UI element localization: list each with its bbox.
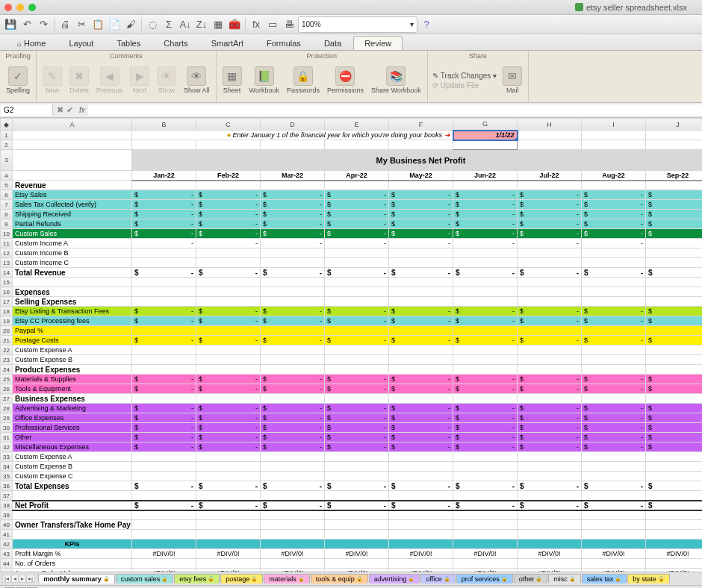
- row-header-44[interactable]: 44: [1, 559, 13, 569]
- data-cell[interactable]: [132, 375, 196, 384]
- row-label[interactable]: Total Expenses: [13, 481, 132, 491]
- data-cell[interactable]: [518, 423, 582, 433]
- data-cell[interactable]: [646, 539, 703, 549]
- data-cell[interactable]: [518, 355, 582, 365]
- data-cell[interactable]: [646, 278, 703, 287]
- protect-sheet[interactable]: ▦Sheet: [221, 65, 243, 96]
- data-cell[interactable]: [132, 491, 196, 501]
- data-cell[interactable]: [646, 413, 703, 423]
- data-cell[interactable]: [646, 258, 703, 268]
- data-cell[interactable]: [196, 481, 261, 491]
- data-cell[interactable]: [453, 316, 518, 326]
- sheet-tab-custom-sales[interactable]: custom sales🔒: [116, 574, 174, 584]
- data-cell[interactable]: [453, 559, 518, 569]
- col-header-E[interactable]: E: [325, 119, 389, 131]
- data-cell[interactable]: [389, 336, 453, 345]
- data-cell[interactable]: [261, 239, 325, 248]
- active-cell-g1[interactable]: 1/1/22: [453, 131, 518, 140]
- data-cell[interactable]: [196, 336, 261, 345]
- data-cell[interactable]: [453, 278, 518, 287]
- data-cell[interactable]: [518, 365, 582, 375]
- data-cell[interactable]: [582, 404, 646, 413]
- sort-desc-icon[interactable]: Z↓: [194, 17, 209, 32]
- row-label[interactable]: Shipping Received: [13, 210, 132, 219]
- comment-prev[interactable]: ◀Previous: [95, 65, 124, 96]
- row-label[interactable]: Expenses: [13, 287, 132, 297]
- data-cell[interactable]: [389, 394, 453, 404]
- data-cell[interactable]: [261, 423, 325, 433]
- row-label[interactable]: Office Expenses: [13, 413, 132, 423]
- data-cell[interactable]: [646, 530, 703, 539]
- data-cell[interactable]: [325, 287, 389, 297]
- data-cell[interactable]: #DIV/0!: [582, 569, 646, 572]
- col-header-D[interactable]: D: [261, 119, 325, 131]
- data-cell[interactable]: [261, 491, 325, 501]
- data-cell[interactable]: [196, 278, 261, 287]
- row-label[interactable]: KPIs: [13, 539, 132, 549]
- data-cell[interactable]: [518, 345, 582, 355]
- data-cell[interactable]: [325, 442, 389, 452]
- data-cell[interactable]: #DIV/0!: [389, 569, 453, 572]
- data-cell[interactable]: [389, 404, 453, 413]
- row-header-39[interactable]: 39: [1, 510, 13, 520]
- comment-show[interactable]: 👁Show: [155, 65, 178, 96]
- data-cell[interactable]: [518, 248, 582, 258]
- data-cell[interactable]: [389, 530, 453, 539]
- data-cell[interactable]: [196, 423, 261, 433]
- data-cell[interactable]: [582, 559, 646, 569]
- data-cell[interactable]: [646, 472, 703, 481]
- data-cell[interactable]: [196, 239, 261, 248]
- data-cell[interactable]: [518, 200, 582, 210]
- sheet-tab-misc[interactable]: misc🔒: [548, 574, 581, 584]
- data-cell[interactable]: [518, 278, 582, 287]
- row-label[interactable]: Materials & Supplies: [13, 375, 132, 384]
- data-cell[interactable]: [261, 190, 325, 200]
- data-cell[interactable]: [389, 248, 453, 258]
- data-cell[interactable]: [389, 355, 453, 365]
- data-cell[interactable]: [196, 365, 261, 375]
- data-cell[interactable]: [132, 559, 196, 569]
- data-cell[interactable]: [518, 433, 582, 442]
- data-cell[interactable]: [453, 452, 518, 462]
- data-cell[interactable]: [646, 510, 703, 520]
- row-label[interactable]: Selling Expenses: [13, 297, 132, 307]
- data-cell[interactable]: [518, 239, 582, 248]
- data-cell[interactable]: [518, 539, 582, 549]
- col-header-J[interactable]: J: [646, 119, 703, 131]
- data-cell[interactable]: [646, 210, 703, 219]
- data-cell[interactable]: [132, 190, 196, 200]
- data-cell[interactable]: [646, 316, 703, 326]
- data-cell[interactable]: [132, 219, 196, 229]
- data-cell[interactable]: [646, 336, 703, 345]
- data-cell[interactable]: [325, 491, 389, 501]
- data-cell[interactable]: [646, 287, 703, 297]
- help-icon[interactable]: ?: [419, 17, 434, 32]
- row-header-11[interactable]: 11: [1, 239, 13, 248]
- data-cell[interactable]: [132, 258, 196, 268]
- data-cell[interactable]: [646, 520, 703, 530]
- row-header-23[interactable]: 23: [1, 355, 13, 365]
- data-cell[interactable]: [582, 190, 646, 200]
- data-cell[interactable]: #DIV/0!: [646, 549, 703, 559]
- toolbox-icon[interactable]: 🧰: [227, 17, 242, 32]
- data-cell[interactable]: [582, 297, 646, 307]
- data-cell[interactable]: [325, 365, 389, 375]
- data-cell[interactable]: [453, 210, 518, 219]
- accept-formula-icon[interactable]: ✔: [66, 105, 73, 115]
- row-label[interactable]: Partial Refunds: [13, 219, 132, 229]
- data-cell[interactable]: [389, 520, 453, 530]
- data-cell[interactable]: [582, 181, 646, 190]
- show-formulas-icon[interactable]: ▭: [265, 17, 280, 32]
- data-cell[interactable]: [261, 345, 325, 355]
- data-cell[interactable]: [261, 462, 325, 472]
- data-cell[interactable]: [582, 268, 646, 278]
- data-cell[interactable]: [389, 452, 453, 462]
- row-header-31[interactable]: 31: [1, 433, 13, 442]
- data-cell[interactable]: [518, 268, 582, 278]
- data-cell[interactable]: [132, 413, 196, 423]
- ribbon-tab-layout[interactable]: Layout: [58, 36, 105, 50]
- data-cell[interactable]: #DIV/0!: [196, 569, 261, 572]
- data-cell[interactable]: [646, 375, 703, 384]
- row-label[interactable]: Revenue: [13, 181, 132, 190]
- cancel-formula-icon[interactable]: ✖: [57, 105, 63, 115]
